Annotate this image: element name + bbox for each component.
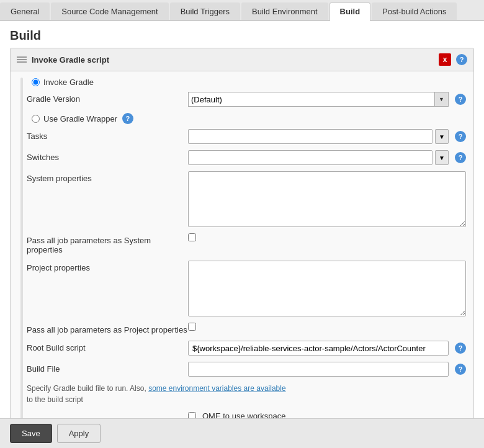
pass-system-row: Pass all job parameters as System proper… [27,233,466,254]
pass-system-label: Pass all job parameters as System proper… [27,233,188,254]
project-props-label: Project properties [27,261,188,272]
pass-project-row: Pass all job parameters as Project prope… [27,323,466,334]
build-card: Invoke Gradle script x ? Invoke Gradle [10,48,474,418]
project-props-control [188,261,466,316]
apply-button[interactable]: Apply [57,424,101,443]
pass-project-label: Pass all job parameters as Project prope… [27,323,188,334]
card-header: Invoke Gradle script x ? [11,48,473,71]
bottom-bar: Save Apply [0,418,484,448]
tab-post-build[interactable]: Post-build Actions [372,2,457,20]
system-props-row: System properties [27,171,466,227]
tasks-control: ▼ ? [188,129,466,144]
page-title: Build [0,21,484,48]
help-text: Specify Gradle build file to run. Also, … [27,383,466,405]
content-area: Invoke Gradle script x ? Invoke Gradle [0,48,484,418]
system-props-label: System properties [27,171,188,183]
ome-row: OME to use workspace [27,411,466,418]
switches-dropdown-btn[interactable]: ▼ [435,150,449,165]
switches-input[interactable] [188,150,432,165]
switches-row: Switches ▼ ? [27,150,466,165]
switches-control: ▼ ? [188,150,466,165]
gradle-version-row: Gradle Version (Default) ▼ ? [27,92,466,107]
radio-wrapper-label: Use Gradle Wrapper [43,114,117,123]
help-link[interactable]: some environment variables are available [148,384,285,393]
gradle-version-label: Gradle Version [27,92,188,104]
root-build-control: ? [188,341,466,356]
switches-help-icon[interactable]: ? [455,152,466,163]
card-help-icon[interactable]: ? [456,54,467,65]
pass-system-checkbox[interactable] [188,233,196,241]
tab-build-environment[interactable]: Build Environment [241,2,328,20]
root-build-row: Root Build script ? [27,341,466,356]
tasks-dropdown-btn[interactable]: ▼ [435,129,449,144]
tab-build[interactable]: Build [329,2,371,21]
project-props-row: Project properties [27,261,466,316]
system-props-control [188,171,466,227]
radio-invoke-gradle[interactable] [32,78,40,86]
gradle-version-select[interactable]: (Default) [188,92,435,107]
gradle-version-control: (Default) ▼ ? [188,92,466,107]
project-props-textarea[interactable] [188,261,466,316]
system-props-textarea[interactable] [188,171,466,227]
tasks-label: Tasks [27,129,188,141]
gradle-version-help-icon[interactable]: ? [455,94,466,105]
tab-build-triggers[interactable]: Build Triggers [170,2,240,20]
wrapper-help-icon[interactable]: ? [122,113,133,124]
ome-checkbox[interactable] [188,412,196,418]
ome-label-text: OME to use workspace [202,411,285,418]
pass-system-control [188,233,466,241]
tasks-row: Tasks ▼ ? [27,129,466,144]
tab-source-code[interactable]: Source Code Management [51,2,168,20]
ome-control: OME to use workspace [188,411,466,418]
pass-project-checkbox[interactable] [188,323,196,331]
tab-general[interactable]: General [0,2,50,20]
build-file-control: ? [188,362,466,377]
gradle-version-arrow[interactable]: ▼ [435,92,449,107]
build-file-row: Build File ? [27,362,466,377]
switches-label: Switches [27,150,188,162]
root-build-input[interactable] [188,341,449,356]
build-file-input[interactable] [188,362,449,377]
radio-invoke-gradle-label: Invoke Gradle [43,78,94,87]
save-button[interactable]: Save [10,424,52,443]
close-button[interactable]: x [439,53,451,66]
pass-project-control [188,323,466,331]
tasks-help-icon[interactable]: ? [455,131,466,142]
root-build-label: Root Build script [27,341,188,352]
root-build-help-icon[interactable]: ? [455,343,466,354]
radio-invoke-gradle-row: Invoke Gradle [27,78,466,87]
gradle-version-select-wrapper: (Default) ▼ [188,92,449,107]
ome-label [27,411,188,414]
card-title: Invoke Gradle script [32,55,439,65]
tab-bar: General Source Code Management Build Tri… [0,0,484,21]
main-content: Build Invoke Gradle script x ? [0,21,484,448]
build-file-label: Build File [27,362,188,374]
radio-wrapper-row: Use Gradle Wrapper ? [27,113,466,124]
drag-handle[interactable] [17,56,27,63]
build-file-help-icon[interactable]: ? [455,364,466,375]
radio-use-gradle-wrapper[interactable] [32,115,40,123]
card-body: Invoke Gradle Gradle Version (Default) ▼ [11,71,473,418]
tasks-input[interactable] [188,129,432,144]
